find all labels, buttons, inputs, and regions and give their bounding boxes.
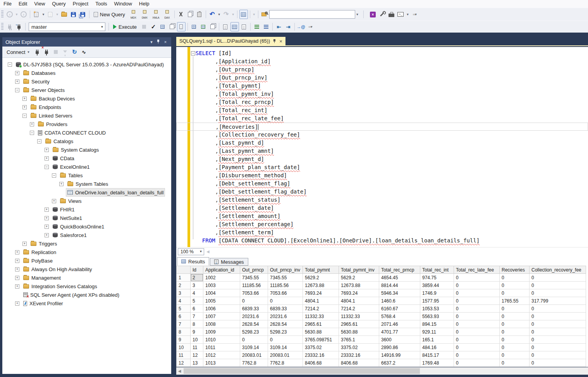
grid-cell[interactable]: 20231.6 [240, 313, 268, 320]
grid-cell[interactable]: 6637.2 [379, 359, 420, 367]
expand-expander-icon[interactable]: + [22, 242, 27, 246]
grid-cell[interactable]: 0 [530, 313, 586, 320]
zoom-dropdown[interactable]: ▼ [198, 250, 204, 253]
grid-cell[interactable]: 3600 [379, 336, 420, 344]
paste-button[interactable] [195, 10, 204, 19]
grid-cell[interactable]: 0 [454, 344, 500, 351]
grid-cell[interactable]: 0 [500, 344, 530, 351]
expand-expander-icon[interactable]: + [45, 233, 49, 237]
grid-cell[interactable]: 3375.02 [303, 344, 339, 351]
grid-cell[interactable]: 0 [500, 328, 530, 336]
code-line[interactable]: ,[Out_prncp_inv] [176, 74, 588, 82]
column-header[interactable]: Recoveries [500, 266, 530, 274]
grid-cell[interactable]: 0 [454, 274, 500, 282]
document-tab[interactable]: SQLQuery1.sql - DL...D\PaulGhayad (65)) … [176, 37, 285, 45]
expand-expander-icon[interactable]: + [15, 259, 19, 263]
command-window-dropdown[interactable]: ▼ [406, 13, 409, 16]
grid-cell[interactable]: 10 [191, 336, 203, 344]
grid-cell[interactable]: 5298.23 [240, 328, 268, 336]
code-line[interactable]: ,[Out_prncp] [176, 66, 588, 74]
menu-query[interactable]: Query [48, 0, 69, 8]
expand-expander-icon[interactable]: + [15, 267, 19, 272]
expand-expander-icon[interactable]: + [52, 199, 56, 203]
grid-cell[interactable]: 4804.1 [339, 297, 379, 305]
tree-item[interactable]: −ExcelOnline1 [2, 163, 171, 171]
grid-cell[interactable]: 0 [500, 336, 530, 344]
window-position-button[interactable]: ▾ [148, 40, 155, 45]
grid-cell[interactable]: 11332.33 [339, 313, 379, 320]
grid-cell[interactable]: 4804.1 [303, 297, 339, 305]
code-line[interactable]: ,[Settlement_date] [176, 204, 588, 212]
collapse-expander-icon[interactable]: − [22, 114, 27, 118]
expand-expander-icon[interactable]: + [15, 71, 19, 75]
grid-cell[interactable]: 317.799 [530, 297, 586, 305]
results-to-text-button[interactable] [221, 22, 230, 31]
grid-cell[interactable]: 3 [191, 282, 203, 289]
collapse-expander-icon[interactable]: − [15, 88, 19, 92]
grid-cell[interactable]: 20083.01 [268, 351, 303, 359]
grid-cell[interactable]: 929.11 [420, 328, 454, 336]
collapse-expander-icon[interactable]: − [30, 131, 34, 135]
editor-zoom-combo[interactable]: 100 % ▼ [178, 248, 204, 255]
expand-expander-icon[interactable]: + [45, 208, 49, 212]
toolbox-button[interactable] [387, 10, 395, 19]
grid-cell[interactable]: 23332.16 [339, 351, 379, 359]
grid-cell[interactable]: 0 [530, 328, 586, 336]
grid-cell[interactable]: 5630.88 [339, 328, 379, 336]
menu-project[interactable]: Project [69, 0, 92, 8]
results-to-file-button[interactable] [240, 22, 248, 31]
column-header[interactable]: Id [191, 266, 203, 274]
close-panel-button[interactable]: × [162, 40, 169, 44]
grid-cell[interactable]: 8406.68 [339, 359, 379, 367]
tree-item[interactable]: −Tables [2, 171, 171, 180]
tree-item[interactable]: +QuickBooksOnline1 [2, 222, 171, 231]
collapse-expander-icon[interactable]: − [8, 62, 12, 67]
column-header[interactable]: Total_pymnt [303, 266, 339, 274]
grid-cell[interactable]: 7693.24 [339, 289, 379, 297]
grid-cell[interactable]: 11332.33 [303, 313, 339, 320]
grid-cell[interactable]: 11185.56 [240, 282, 268, 289]
grid-cell[interactable]: 484.16 [420, 344, 454, 351]
code-line[interactable]: ,[Total_rec_late_fee] [176, 114, 588, 123]
tree-item[interactable]: −Server Objects [2, 86, 171, 94]
tree-item[interactable]: +Databases [2, 69, 171, 77]
tab-results[interactable]: Results [177, 257, 209, 266]
grid-cell[interactable]: 0 [454, 289, 500, 297]
grid-cell[interactable]: 4 [191, 289, 203, 297]
expand-expander-icon[interactable]: + [45, 156, 49, 161]
grid-cell[interactable]: 0 [500, 305, 530, 313]
code-line[interactable]: ,[Application_id] [176, 57, 588, 66]
code-line[interactable]: ,[Next_pymnt_d] [176, 155, 588, 163]
grid-cell[interactable]: 0 [500, 320, 530, 328]
expand-expander-icon[interactable]: + [15, 301, 19, 306]
grid-cell[interactable]: 1010 [203, 336, 240, 344]
comment-button[interactable] [253, 22, 261, 31]
tree-item[interactable]: −Linked Servers [2, 111, 171, 120]
expand-expander-icon[interactable]: + [22, 105, 27, 109]
grid-cell[interactable]: 1002 [203, 274, 240, 282]
grid-cell[interactable]: 8406.68 [303, 359, 339, 367]
code-line[interactable]: ,[Last_pymnt_amnt] [176, 147, 588, 155]
tree-item[interactable]: −Catalogs [2, 137, 171, 145]
client-stats-button[interactable] [208, 22, 217, 31]
code-line[interactable]: ,[Total_rec_int] [176, 106, 588, 114]
open-file-button[interactable] [60, 10, 69, 19]
code-line[interactable]: ,[Settlement_percentage] [176, 220, 588, 228]
tree-item[interactable]: +Endpoints [2, 103, 171, 111]
grid-cell[interactable]: 11 [191, 344, 203, 351]
change-connection-button[interactable]: ⌁ [15, 22, 23, 31]
grid-cell[interactable]: 0 [240, 297, 268, 305]
code-line[interactable]: ,[Payment_plan_start_date] [176, 163, 588, 171]
expand-expander-icon[interactable]: + [22, 97, 27, 101]
grid-cell[interactable]: 0 [454, 282, 500, 289]
grid-cell[interactable]: 1007 [203, 313, 240, 320]
grid-cell[interactable]: 3765.1 [339, 336, 379, 344]
grid-cell[interactable]: 1012 [203, 351, 240, 359]
query-designer-button[interactable] [239, 10, 248, 19]
menu-help[interactable]: Help [136, 0, 153, 8]
grid-cell[interactable]: 7345.55 [268, 274, 303, 282]
toolbar-grip[interactable] [1, 10, 3, 18]
column-header[interactable]: Total_rec_late_fee [454, 266, 500, 274]
tree-item[interactable]: +Management [2, 273, 171, 282]
grid-cell[interactable]: 7762.8 [268, 359, 303, 367]
